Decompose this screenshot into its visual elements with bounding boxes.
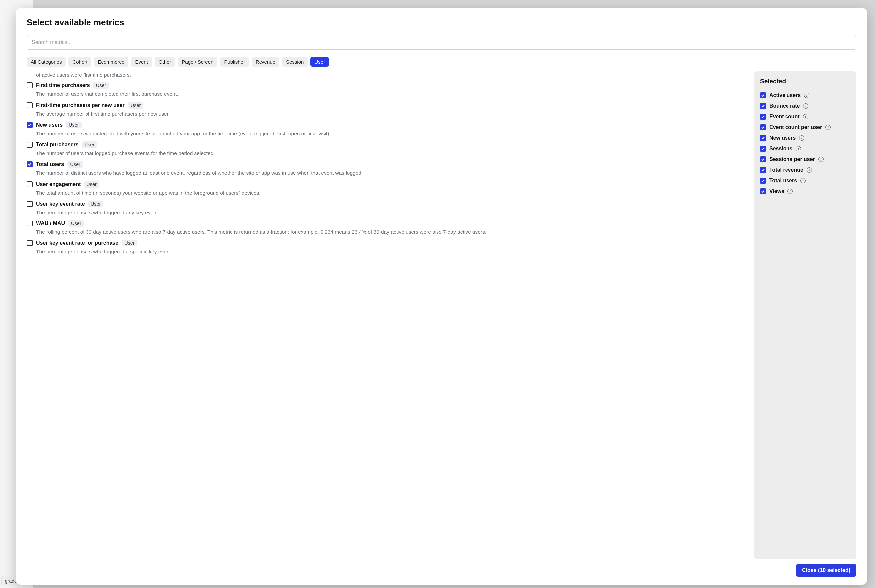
category-chip[interactable]: Other: [155, 57, 175, 66]
metric-category-tag: User: [122, 240, 137, 246]
selected-item: New usersi: [760, 135, 850, 141]
selected-item-label: Event count: [769, 114, 800, 120]
metric-checkbox[interactable]: [27, 161, 33, 167]
category-chip[interactable]: Page / Screen: [178, 57, 217, 66]
metric-checkbox[interactable]: [27, 181, 33, 187]
metric-category-tag: User: [82, 141, 98, 148]
metric-head: Total usersUser: [27, 161, 746, 168]
category-chip[interactable]: Session: [282, 57, 308, 66]
metric-row: Total purchasersUserThe number of users …: [27, 141, 746, 157]
info-icon[interactable]: i: [803, 104, 809, 109]
select-metrics-modal: Select available metrics All CategoriesC…: [16, 8, 867, 585]
search-input[interactable]: [27, 35, 856, 50]
metric-description: The number of distinct users who have lo…: [27, 169, 746, 177]
category-chip[interactable]: Event: [131, 57, 152, 66]
selected-checkbox[interactable]: [760, 146, 766, 152]
selected-item-label: Total users: [769, 178, 797, 184]
category-chip[interactable]: Publisher: [220, 57, 249, 66]
metric-name: WAU / MAU: [36, 220, 65, 226]
selected-checkbox[interactable]: [760, 114, 766, 120]
info-icon[interactable]: i: [796, 146, 801, 152]
metric-description: The number of users who interacted with …: [27, 130, 746, 137]
metric-head: New usersUser: [27, 122, 746, 128]
metric-category-tag: User: [88, 201, 104, 207]
selected-item-label: Event count per user: [769, 124, 822, 130]
selected-checkbox[interactable]: [760, 167, 766, 173]
category-filter-row: All CategoriesCohortEcommerceEventOtherP…: [27, 57, 856, 66]
metric-category-tag: User: [93, 82, 109, 89]
metric-row: User key event rateUserThe percentage of…: [27, 201, 746, 216]
selected-checkbox[interactable]: [760, 124, 766, 130]
metric-row: User key event rate for purchaseUserThe …: [27, 240, 746, 255]
selected-checkbox[interactable]: [760, 103, 766, 109]
metric-head: WAU / MAUUser: [27, 220, 746, 227]
metric-row: Total usersUserThe number of distinct us…: [27, 161, 746, 177]
metric-row: First-time purchasers per new userUserTh…: [27, 102, 746, 118]
metric-row: New usersUserThe number of users who int…: [27, 122, 746, 137]
metric-head: User key event rate for purchaseUser: [27, 240, 746, 246]
metric-head: First-time purchasers per new userUser: [27, 102, 746, 109]
metric-checkbox[interactable]: [27, 142, 33, 148]
modal-footer: Close (10 selected): [27, 560, 856, 577]
selected-item: Viewsi: [760, 188, 850, 194]
selected-item: Active usersi: [760, 93, 850, 99]
metric-row: WAU / MAUUserThe rolling percent of 30-d…: [27, 220, 746, 236]
selected-item: Bounce ratei: [760, 103, 850, 109]
info-icon[interactable]: i: [788, 189, 793, 194]
metric-name: Total purchasers: [36, 142, 78, 148]
category-chip[interactable]: Cohort: [68, 57, 91, 66]
selected-item-label: New users: [769, 135, 796, 141]
selected-item-label: Active users: [769, 93, 801, 99]
metric-category-tag: User: [128, 102, 144, 109]
metric-row: User engagementUserThe total amount of t…: [27, 181, 746, 196]
metric-checkbox[interactable]: [27, 82, 33, 88]
category-chip[interactable]: All Categories: [27, 57, 66, 66]
metric-name: First time purchasers: [36, 82, 90, 88]
metric-checkbox[interactable]: [27, 220, 33, 226]
selected-item: Total revenuei: [760, 167, 850, 173]
metric-category-tag: User: [66, 122, 81, 128]
metric-row: First time purchasersUserThe number of u…: [27, 82, 746, 98]
metric-name: User engagement: [36, 181, 81, 187]
selected-item-label: Sessions per user: [769, 156, 815, 162]
metric-checkbox[interactable]: [27, 240, 33, 246]
metric-description: The percentage of users who triggered a …: [27, 248, 746, 255]
selected-checkbox[interactable]: [760, 178, 766, 184]
selected-item: Event counti: [760, 114, 850, 120]
metric-category-tag: User: [67, 161, 83, 168]
modal-body: of active users were first time purchase…: [27, 71, 856, 560]
info-icon[interactable]: i: [800, 178, 806, 183]
info-icon[interactable]: i: [803, 114, 809, 119]
info-icon[interactable]: i: [799, 135, 804, 141]
metrics-list: of active users were first time purchase…: [27, 71, 748, 560]
close-button[interactable]: Close (10 selected): [796, 564, 856, 577]
metric-checkbox[interactable]: [27, 122, 33, 128]
category-chip[interactable]: Revenue: [252, 57, 279, 66]
selected-checkbox[interactable]: [760, 188, 766, 194]
selected-item-label: Bounce rate: [769, 103, 800, 109]
info-icon[interactable]: i: [807, 167, 812, 172]
metric-name: New users: [36, 122, 63, 128]
metrics-scroll-area[interactable]: of active users were first time purchase…: [27, 71, 748, 560]
selected-panel-title: Selected: [760, 78, 850, 85]
selected-item-label: Total revenue: [769, 167, 803, 173]
info-icon[interactable]: i: [825, 125, 831, 130]
info-icon[interactable]: i: [818, 157, 824, 162]
category-chip[interactable]: Ecommerce: [94, 57, 128, 66]
selected-panel: Selected Active usersiBounce rateiEvent …: [754, 71, 856, 560]
selected-item: Event count per useri: [760, 124, 850, 130]
selected-checkbox[interactable]: [760, 135, 766, 141]
metric-description: The percentage of users who triggered an…: [27, 208, 746, 216]
metric-checkbox[interactable]: [27, 102, 33, 108]
selected-item: Sessionsi: [760, 146, 850, 152]
metric-description: The average number of first time purchas…: [27, 110, 746, 118]
metric-name: Total users: [36, 161, 64, 167]
selected-checkbox[interactable]: [760, 93, 766, 99]
metric-checkbox[interactable]: [27, 201, 33, 207]
selected-checkbox[interactable]: [760, 156, 766, 162]
metric-category-tag: User: [68, 220, 84, 227]
info-icon[interactable]: i: [804, 93, 809, 98]
metric-head: Total purchasersUser: [27, 141, 746, 148]
category-chip[interactable]: User: [311, 57, 329, 66]
selected-item-label: Sessions: [769, 146, 792, 152]
